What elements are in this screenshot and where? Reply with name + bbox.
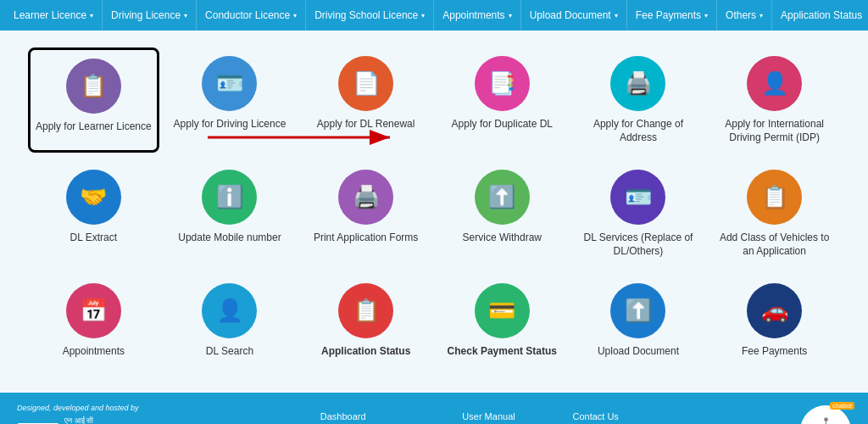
grid-item[interactable]: ⬆️Upload Document — [572, 275, 704, 367]
grid-row-1: 📋Apply for Learner Licence🪪Apply for Dri… — [25, 47, 843, 153]
footer-links: Dashboard Activate User Account Parivaha… — [173, 411, 766, 424]
grid-row: 📅Appointments👤DL Search📋Application Stat… — [25, 275, 843, 367]
footer-logo: Designed, developed and hosted by NIC एन… — [17, 404, 139, 424]
item-label: Fee Payments — [742, 345, 807, 359]
item-label: Appointments — [63, 345, 125, 359]
item-label: DL Services (Replace of DL/Others) — [576, 232, 699, 258]
item-label: Print Application Forms — [314, 232, 418, 245]
chatbot-mascot[interactable]: 🤖 chatbot — [800, 405, 851, 424]
user-manual-link[interactable]: User Manual — [462, 411, 521, 421]
grid-item[interactable]: 👤Apply for International Driving Permit … — [709, 47, 840, 153]
nav-item-driving-school-licence[interactable]: Driving School Licence▾ — [306, 0, 434, 31]
item-icon: 📑 — [475, 56, 530, 111]
grid-item[interactable]: 🖨️Apply for Change of Address — [572, 47, 704, 153]
dropdown-caret: ▾ — [509, 12, 512, 20]
item-label: DL Search — [206, 345, 253, 359]
item-icon: 🖨️ — [610, 56, 665, 111]
dropdown-caret: ▾ — [615, 12, 618, 20]
grid-item[interactable]: ℹ️Update Mobile number — [164, 161, 295, 266]
designed-by-text: Designed, developed and hosted by — [17, 404, 139, 412]
dropdown-caret: ▾ — [760, 12, 763, 20]
item-icon: 🪪 — [202, 56, 257, 111]
grid-item[interactable]: 📋Application Status — [300, 275, 431, 367]
item-icon: 🖨️ — [338, 170, 393, 225]
red-arrow — [76, 120, 398, 154]
nav-item-learner-licence[interactable]: Learner Licence▾ — [5, 0, 103, 31]
dropdown-caret: ▾ — [184, 12, 187, 20]
item-label: Check Payment Status — [448, 345, 557, 359]
grid-item[interactable]: 🖨️Print Application Forms — [300, 161, 431, 266]
item-icon: 🚗 — [747, 283, 802, 338]
item-icon: ⬆️ — [475, 170, 530, 225]
item-icon: 📋 — [747, 170, 802, 225]
grid-item[interactable]: 💳Check Payment Status — [437, 275, 568, 367]
dropdown-caret: ▾ — [421, 12, 425, 20]
item-label: Apply for Change of Address — [576, 118, 699, 144]
mascot-badge: chatbot — [830, 402, 854, 410]
nav-item-others[interactable]: Others▾ — [717, 0, 772, 31]
grid-row: 🤝DL Extractℹ️Update Mobile number🖨️Print… — [25, 161, 843, 266]
main-content: 📋Apply for Learner Licence🪪Apply for Dri… — [0, 31, 868, 393]
item-icon: 📋 — [66, 59, 121, 114]
item-icon: 💳 — [475, 283, 530, 338]
item-label: Update Mobile number — [178, 232, 281, 245]
dropdown-caret: ▾ — [293, 12, 297, 20]
item-icon: 📄 — [338, 56, 393, 111]
dropdown-caret: ▾ — [704, 12, 708, 20]
page-footer: Designed, developed and hosted by NIC एन… — [0, 393, 868, 424]
item-icon: 🪪 — [610, 170, 665, 225]
footer-col-2: User Manual Acts & Rules Videos/Audios — [462, 411, 521, 424]
nav-item-conductor-licence[interactable]: Conductor Licence▾ — [197, 0, 306, 31]
main-nav: Learner Licence▾Driving Licence▾Conducto… — [0, 0, 868, 31]
item-label: Add Class of Vehicles to an Application — [713, 232, 836, 258]
grid-item[interactable]: 🤝DL Extract — [28, 161, 159, 266]
footer-col-3: Contact Us FAQs — [572, 411, 618, 424]
nav-item-application-status[interactable]: Application Status — [772, 0, 868, 31]
item-icon: 🤝 — [66, 170, 121, 225]
nic-logo: NIC एन आई सीNationalInformaticsCentre — [17, 416, 102, 424]
item-icon: 👤 — [747, 56, 802, 111]
grid-item[interactable]: 🪪DL Services (Replace of DL/Others) — [572, 161, 704, 266]
grid-item[interactable]: 📋Add Class of Vehicles to an Application — [709, 161, 840, 266]
item-icon: 📅 — [66, 283, 121, 338]
item-label: Application Status — [321, 345, 410, 359]
item-icon: ⬆️ — [610, 283, 665, 338]
item-label: Upload Document — [598, 345, 679, 359]
dropdown-caret: ▾ — [90, 12, 93, 20]
grid-item[interactable]: 👤DL Search — [164, 275, 295, 367]
nav-item-appointments[interactable]: Appointments▾ — [434, 0, 520, 31]
nav-item-fee-payments[interactable]: Fee Payments▾ — [627, 0, 717, 31]
contact-us-link[interactable]: Contact Us — [572, 411, 618, 421]
nav-item-driving-licence[interactable]: Driving Licence▾ — [103, 0, 197, 31]
nic-subtext: एन आई सीNationalInformaticsCentre — [64, 416, 102, 424]
item-icon: 📋 — [338, 283, 393, 338]
item-icon: 👤 — [202, 283, 257, 338]
grid-item[interactable]: ⬆️Service Withdraw — [437, 161, 568, 266]
grid-item[interactable]: 🚗Fee Payments — [709, 275, 840, 367]
item-label: DL Extract — [70, 232, 118, 245]
item-label: Service Withdraw — [463, 232, 542, 245]
item-label: Apply for Duplicate DL — [452, 118, 553, 131]
footer-col-1: Dashboard Activate User Account Parivaha… — [320, 411, 412, 424]
nav-item-upload-document[interactable]: Upload Document▾ — [521, 0, 627, 31]
grid-item[interactable]: 📑Apply for Duplicate DL — [437, 47, 568, 153]
grid-item[interactable]: 📅Appointments — [28, 275, 159, 367]
item-label: Apply for International Driving Permit (… — [713, 118, 836, 144]
dashboard-link[interactable]: Dashboard — [320, 411, 412, 421]
item-icon: ℹ️ — [202, 170, 257, 225]
